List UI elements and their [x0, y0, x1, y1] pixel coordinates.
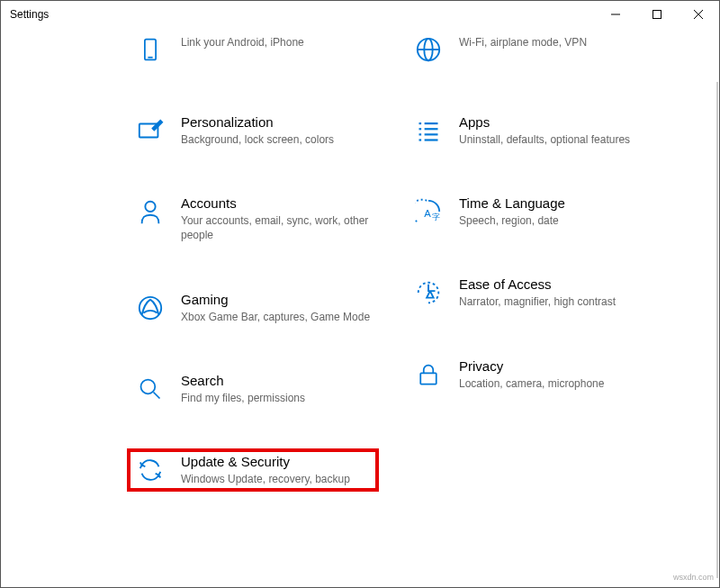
- tile-desc: Xbox Game Bar, captures, Game Mode: [181, 310, 372, 324]
- tile-title: Update & Security: [181, 454, 372, 470]
- time-language-icon: A字: [412, 195, 445, 228]
- svg-point-6: [141, 379, 156, 394]
- tile-title: Privacy: [459, 358, 650, 375]
- privacy-icon: [412, 358, 445, 391]
- personalization-icon: [134, 114, 166, 147]
- tile-update-security[interactable]: Update & Security Windows Update, recove…: [127, 448, 379, 492]
- scrollbar[interactable]: [716, 82, 718, 578]
- tile-title: Ease of Access: [459, 276, 650, 293]
- minimize-button[interactable]: [595, 1, 636, 28]
- watermark: wsxdn.com: [673, 573, 714, 582]
- tile-desc: Narrator, magnifier, high contrast: [459, 294, 650, 309]
- update-icon: [134, 454, 166, 486]
- right-column: Wi-Fi, airplane mode, VPN Apps Uninstall…: [405, 28, 683, 587]
- titlebar: Settings: [1, 1, 719, 28]
- tile-search[interactable]: Search Find my files, permissions: [127, 367, 379, 411]
- tile-desc: Your accounts, email, sync, work, other …: [181, 213, 372, 242]
- phone-icon: [134, 33, 166, 66]
- tile-title: Gaming: [181, 292, 372, 308]
- search-icon: [134, 373, 166, 405]
- tile-desc: Uninstall, defaults, optional features: [459, 132, 650, 147]
- tile-time-language[interactable]: A字 Time & Language Speech, region, date: [405, 190, 657, 233]
- tile-title: Apps: [459, 114, 650, 131]
- tile-privacy[interactable]: Privacy Location, camera, microphone: [405, 353, 657, 396]
- svg-text:字: 字: [432, 213, 440, 222]
- tile-title: Personalization: [181, 114, 372, 131]
- svg-rect-21: [420, 373, 436, 384]
- tile-phone[interactable]: Link your Android, iPhone: [127, 28, 379, 71]
- left-column: Link your Android, iPhone Personalizatio…: [127, 28, 405, 587]
- svg-line-7: [154, 392, 160, 398]
- settings-categories: Link your Android, iPhone Personalizatio…: [1, 28, 719, 587]
- tile-accounts[interactable]: Accounts Your accounts, email, sync, wor…: [127, 190, 379, 248]
- window-title: Settings: [10, 8, 49, 21]
- apps-icon: [412, 114, 445, 147]
- accounts-icon: [134, 195, 166, 228]
- tile-desc: Background, lock screen, colors: [181, 132, 372, 147]
- maximize-button[interactable]: [636, 1, 678, 28]
- tile-title: Accounts: [181, 195, 372, 212]
- tile-title: Time & Language: [459, 195, 650, 212]
- network-icon: [412, 33, 445, 66]
- tile-title: Search: [181, 373, 372, 389]
- tile-network[interactable]: Wi-Fi, airplane mode, VPN: [405, 28, 657, 71]
- tile-gaming[interactable]: Gaming Xbox Game Bar, captures, Game Mod…: [127, 286, 379, 330]
- close-button[interactable]: [678, 1, 719, 28]
- tile-desc: Link your Android, iPhone: [181, 35, 372, 50]
- tile-desc: Wi-Fi, airplane mode, VPN: [459, 35, 650, 50]
- tile-desc: Find my files, permissions: [181, 391, 372, 405]
- svg-point-4: [145, 202, 155, 212]
- window-controls: [595, 1, 719, 28]
- gaming-icon: [134, 292, 166, 324]
- tile-apps[interactable]: Apps Uninstall, defaults, optional featu…: [405, 109, 657, 152]
- svg-rect-0: [653, 11, 662, 19]
- tile-desc: Windows Update, recovery, backup: [181, 472, 372, 486]
- tile-ease-of-access[interactable]: Ease of Access Narrator, magnifier, high…: [405, 271, 657, 314]
- tile-desc: Location, camera, microphone: [459, 376, 650, 391]
- tile-desc: Speech, region, date: [459, 213, 650, 228]
- ease-of-access-icon: [412, 276, 445, 309]
- tile-personalization[interactable]: Personalization Background, lock screen,…: [127, 109, 379, 152]
- svg-text:A: A: [424, 208, 431, 219]
